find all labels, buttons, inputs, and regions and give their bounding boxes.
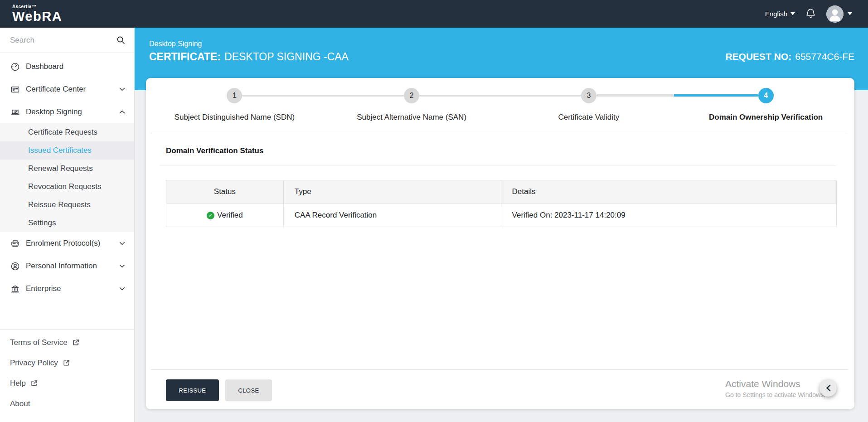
top-navbar: Ascertia™ WebRA English bbox=[0, 0, 868, 28]
privacy-policy-link[interactable]: Privacy Policy bbox=[0, 353, 134, 373]
chevron-down-icon bbox=[119, 264, 125, 268]
reissue-button[interactable]: REISSUE bbox=[166, 379, 219, 401]
stepper-divider bbox=[151, 133, 848, 133]
chevron-down-icon bbox=[119, 87, 125, 91]
page-title-label: CERTIFICATE: bbox=[149, 51, 221, 63]
user-avatar bbox=[826, 5, 844, 23]
sidebar-footer: Terms of Service Privacy Policy Help Abo… bbox=[0, 330, 134, 414]
page-title: CERTIFICATE:DESKTOP SIGNING -CAA bbox=[149, 51, 349, 63]
step-connector bbox=[419, 95, 581, 97]
check-icon: ✓ bbox=[207, 212, 214, 219]
notification-bell-icon[interactable] bbox=[805, 8, 816, 20]
type-cell: CAA Record Verification bbox=[283, 204, 501, 227]
sidebar-item-dashboard[interactable]: Dashboard bbox=[0, 55, 134, 78]
step-3: 3 Certificate Validity bbox=[500, 88, 678, 122]
sidebar-item-enterprise[interactable]: Enterprise bbox=[0, 277, 134, 300]
wizard-stepper: 1 Subject Distinguished Name (SDN) 2 Sub… bbox=[146, 88, 854, 122]
step-3-label: Certificate Validity bbox=[558, 113, 619, 122]
submenu-item-reissue-requests[interactable]: Reissue Requests bbox=[0, 196, 134, 214]
bank-icon bbox=[10, 284, 20, 294]
step-3-circle[interactable]: 3 bbox=[581, 88, 596, 103]
sidebar-item-personal-information[interactable]: Personal Information bbox=[0, 255, 134, 277]
sidebar-item-label: Dashboard bbox=[26, 62, 63, 71]
details-cell: Verified On: 2023-11-17 14:20:09 bbox=[501, 204, 836, 227]
card-actions: REISSUE CLOSE bbox=[166, 379, 272, 401]
submenu-item-renewal-requests[interactable]: Renewal Requests bbox=[0, 160, 134, 178]
collapse-panel-button[interactable] bbox=[820, 379, 837, 397]
sidebar-item-label: Desktop Signing bbox=[26, 107, 82, 116]
close-button[interactable]: CLOSE bbox=[225, 379, 272, 401]
enrolment-protocol-icon bbox=[10, 239, 20, 248]
step-2-label: Subject Alternative Name (SAN) bbox=[357, 113, 466, 122]
step-1-circle[interactable]: 1 bbox=[227, 88, 242, 103]
language-label: English bbox=[765, 10, 787, 18]
chevron-left-icon bbox=[826, 384, 831, 392]
sidebar: Dashboard Certificate Center bbox=[0, 28, 135, 422]
sidebar-nav: Dashboard Certificate Center bbox=[0, 53, 134, 300]
status-text: Verified bbox=[217, 211, 243, 220]
sidebar-item-desktop-signing[interactable]: Desktop Signing bbox=[0, 101, 134, 123]
gauge-icon bbox=[10, 62, 20, 72]
submenu-item-certificate-requests[interactable]: Certificate Requests bbox=[0, 123, 134, 141]
sidebar-item-enrolment-protocols[interactable]: Enrolment Protocol(s) bbox=[0, 232, 134, 255]
request-number-label: REQUEST NO: bbox=[725, 51, 791, 62]
desktop-signing-icon bbox=[10, 107, 20, 117]
footer-divider bbox=[151, 369, 848, 370]
page-layout: Dashboard Certificate Center bbox=[0, 28, 868, 422]
footer-link-label: Terms of Service bbox=[10, 338, 68, 347]
webra-logo[interactable]: Ascertia™ WebRA bbox=[12, 5, 62, 23]
domain-verification-table: Status Type Details ✓ Verified CAA R bbox=[166, 180, 837, 227]
footer-link-label: Privacy Policy bbox=[10, 359, 58, 368]
sidebar-item-label: Enterprise bbox=[26, 284, 61, 293]
sidebar-item-certificate-center[interactable]: Certificate Center bbox=[0, 78, 134, 101]
content-card: 1 Subject Distinguished Name (SDN) 2 Sub… bbox=[146, 78, 854, 409]
step-4-circle[interactable]: 4 bbox=[758, 88, 774, 103]
step-4-label: Domain Ownership Verification bbox=[709, 113, 823, 122]
page-header-text: Desktop Signing CERTIFICATE:DESKTOP SIGN… bbox=[149, 40, 349, 63]
caret-down-icon bbox=[848, 12, 852, 15]
step-1: 1 Subject Distinguished Name (SDN) bbox=[146, 88, 323, 122]
submenu-item-revocation-requests[interactable]: Revocation Requests bbox=[0, 178, 134, 196]
page-title-value: DESKTOP SIGNING -CAA bbox=[224, 51, 349, 63]
external-link-icon bbox=[72, 339, 80, 346]
chevron-up-icon bbox=[119, 110, 125, 114]
step-4: 4 Domain Ownership Verification bbox=[677, 88, 854, 122]
brand-ascertia: Ascertia™ bbox=[12, 5, 62, 9]
chevron-down-icon bbox=[119, 242, 125, 245]
language-dropdown[interactable]: English bbox=[765, 10, 795, 18]
table-row: ✓ Verified CAA Record Verification Verif… bbox=[166, 204, 837, 227]
external-link-icon bbox=[30, 379, 38, 387]
submenu-item-settings[interactable]: Settings bbox=[0, 214, 134, 232]
sidebar-item-label: Enrolment Protocol(s) bbox=[26, 239, 100, 248]
section-title: Domain Verification Status bbox=[166, 146, 263, 155]
step-connector bbox=[242, 95, 404, 97]
step-2-circle[interactable]: 2 bbox=[404, 88, 419, 103]
sidebar-item-label: Certificate Center bbox=[26, 85, 86, 94]
sidebar-item-label: Personal Information bbox=[26, 262, 97, 271]
status-cell: ✓ Verified bbox=[166, 204, 284, 227]
desktop-signing-submenu: Certificate Requests Issued Certificates… bbox=[0, 123, 134, 232]
search-input[interactable] bbox=[10, 36, 116, 45]
caret-down-icon bbox=[790, 12, 795, 15]
main-area: Desktop Signing CERTIFICATE:DESKTOP SIGN… bbox=[135, 28, 868, 422]
navbar-right: English bbox=[765, 5, 852, 23]
column-header-details: Details bbox=[501, 180, 836, 204]
search-icon[interactable] bbox=[116, 36, 125, 44]
request-number: REQUEST NO:655774C6-FE bbox=[725, 51, 854, 62]
column-header-type: Type bbox=[283, 180, 501, 204]
step-2: 2 Subject Alternative Name (SAN) bbox=[323, 88, 500, 122]
breadcrumb: Desktop Signing bbox=[149, 40, 349, 48]
column-header-status: Status bbox=[166, 180, 284, 204]
user-menu[interactable] bbox=[826, 5, 852, 23]
external-link-icon bbox=[63, 359, 70, 367]
footer-link-label: About bbox=[10, 399, 30, 408]
footer-link-label: Help bbox=[10, 379, 26, 388]
terms-of-service-link[interactable]: Terms of Service bbox=[0, 332, 134, 353]
help-link[interactable]: Help bbox=[0, 373, 134, 393]
submenu-item-issued-certificates[interactable]: Issued Certificates bbox=[0, 141, 134, 160]
step-connector-progress bbox=[596, 94, 758, 97]
brand-webra: WebRA bbox=[12, 10, 62, 23]
certificate-icon bbox=[10, 85, 20, 94]
about-link[interactable]: About bbox=[0, 393, 134, 414]
status-badge: ✓ Verified bbox=[207, 211, 243, 220]
